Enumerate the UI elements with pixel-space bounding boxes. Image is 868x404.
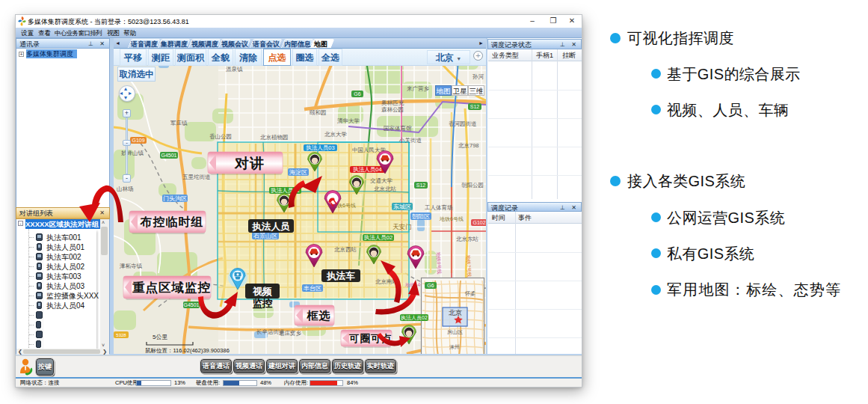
svg-text:丰台区: 丰台区 [304, 285, 321, 292]
svg-text:奥林匹克: 奥林匹克 [381, 100, 404, 106]
svg-text:G4501: G4501 [183, 302, 199, 307]
svg-text:北京: 北京 [449, 309, 462, 316]
svg-text:门头沟区: 门头沟区 [163, 195, 187, 202]
svg-text:S12: S12 [470, 104, 480, 109]
svg-text:天安门: 天安门 [393, 223, 412, 230]
svg-text:涿州: 涿州 [449, 344, 460, 350]
svg-text:地铁6号线: 地铁6号线 [439, 216, 464, 222]
svg-text:北京植物园: 北京植物园 [260, 134, 289, 141]
svg-text:S12: S12 [416, 183, 426, 188]
svg-text:温泉镇: 温泉镇 [226, 66, 243, 73]
svg-text:执法人员02: 执法人员02 [364, 234, 393, 241]
svg-text:香山公园: 香山公园 [209, 133, 232, 140]
svg-text:交通大学: 交通大学 [370, 177, 393, 184]
svg-text:东城区: 东城区 [393, 203, 411, 210]
svg-text:对讲: 对讲 [234, 156, 265, 171]
svg-text:海淀区: 海淀区 [289, 169, 307, 176]
svg-text:G102: G102 [473, 220, 485, 225]
svg-text:执法车: 执法车 [326, 271, 355, 281]
svg-text:香河园街道: 香河园街道 [449, 120, 477, 127]
svg-text:小关街道: 小关街道 [398, 137, 422, 144]
svg-text:石景山区: 石景山区 [253, 233, 277, 239]
svg-text:五里坨街道: 五里坨街道 [182, 174, 211, 180]
svg-text:北京北站: 北京北站 [374, 186, 397, 192]
svg-text:执法人员04: 执法人员04 [353, 166, 381, 173]
svg-text:房山区: 房山区 [447, 329, 463, 334]
svg-text:潭柘寺镇: 潭柘寺镇 [119, 263, 143, 269]
svg-text:军庄镇: 军庄镇 [170, 120, 188, 126]
svg-text:来广营乡: 来广营乡 [407, 85, 430, 92]
svg-text:框选: 框选 [307, 309, 331, 322]
svg-text:北京798: 北京798 [458, 142, 479, 149]
svg-text:5公里: 5公里 [153, 334, 167, 340]
svg-text:执法人员: 执法人员 [252, 221, 291, 232]
svg-text:执法人员02: 执法人员02 [401, 315, 428, 321]
svg-text:颐和园: 颐和园 [310, 109, 327, 116]
svg-text:北京大学: 北京大学 [324, 131, 348, 138]
svg-text:G6: G6 [354, 91, 360, 97]
svg-text:监控: 监控 [253, 298, 274, 309]
svg-text:孙河: 孙河 [472, 73, 484, 80]
svg-text:重点区域监控: 重点区域监控 [132, 281, 211, 295]
svg-text:执法人员03: 执法人员03 [306, 144, 334, 151]
svg-text:工人体育场: 工人体育场 [425, 204, 453, 211]
svg-text:老庄窝乡: 老庄窝乡 [279, 330, 302, 337]
svg-text:朝阳公园: 朝阳公园 [461, 182, 484, 189]
svg-text:鼠标位置：116.02(462)39.900386: 鼠标位置：116.02(462)39.900386 [145, 347, 230, 354]
svg-text:G4501: G4501 [161, 153, 176, 158]
svg-text:5328: 5328 [116, 333, 126, 337]
svg-text:怀柔: 怀柔 [464, 290, 475, 296]
svg-text:G109: G109 [132, 138, 144, 143]
svg-text:北京东站: 北京东站 [456, 236, 479, 242]
svg-text:森林公园: 森林公园 [381, 106, 404, 113]
svg-text:北京西站: 北京西站 [334, 246, 357, 253]
svg-text:妙峰山镇: 妙峰山镇 [121, 150, 144, 156]
svg-text:视频: 视频 [252, 286, 272, 297]
svg-text:国家体育馆: 国家体育馆 [384, 125, 412, 132]
svg-text:清华大学: 清华大学 [337, 117, 360, 124]
svg-text:G6: G6 [427, 283, 434, 288]
svg-text:朝阳区: 朝阳区 [412, 213, 430, 220]
